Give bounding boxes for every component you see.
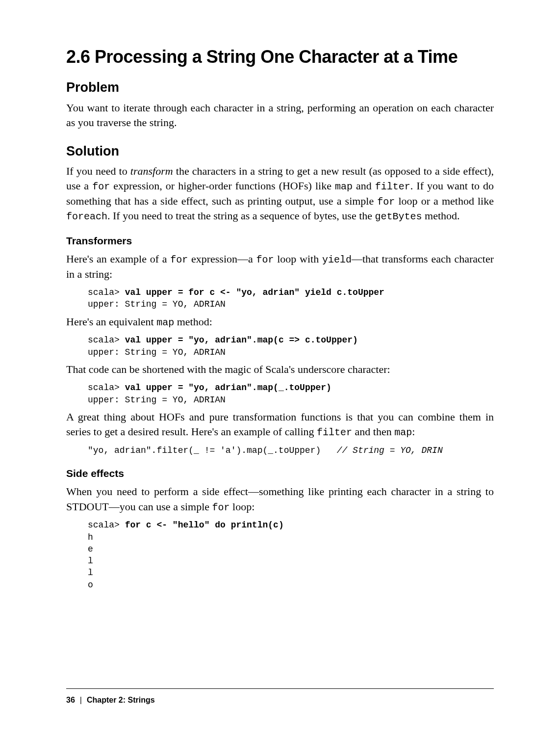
code-output: upper: String = YO, ADRIAN — [88, 395, 226, 405]
text: expression—a — [188, 253, 256, 265]
text: Here's an equivalent — [66, 315, 156, 328]
solution-heading: Solution — [66, 143, 494, 159]
problem-paragraph: You want to iterate through each charact… — [66, 101, 494, 131]
sideeffects-heading: Side effects — [66, 467, 494, 479]
transformers-heading: Transformers — [66, 235, 494, 247]
code-block-2: scala> val upper = "yo, adrian".map(c =>… — [88, 334, 494, 358]
text: loop: — [230, 500, 255, 513]
text: method. — [422, 210, 460, 222]
inline-code: yield — [322, 254, 352, 265]
inline-code: ter — [393, 181, 410, 192]
code-input: val upper = "yo, adrian".map(_.toUpper) — [125, 383, 331, 393]
text: : — [412, 425, 415, 438]
inline-code: for — [256, 254, 274, 265]
code-block-4: "yo, adrian".filter(_ != 'a').map(_.toUp… — [88, 445, 494, 456]
transformers-p2: Here's an equivalent map method: — [66, 315, 494, 330]
text: loop or a method like — [395, 195, 494, 207]
inline-code: for — [212, 502, 230, 513]
section-title: 2.6 Processing a String One Character at… — [66, 47, 494, 67]
inline-code: foreach — [66, 211, 107, 222]
text: When you need to perform a side effect—s… — [66, 485, 494, 512]
inline-code: for — [170, 254, 188, 265]
text: A great thing about HOFs and pure transf… — [66, 411, 494, 438]
code-output: h e l l o — [88, 532, 93, 590]
transformers-p3: That code can be shortened with the magi… — [66, 362, 494, 377]
problem-heading: Problem — [66, 79, 494, 95]
code-prompt: scala> — [88, 520, 125, 530]
code-comment: // String = YO, DRIN — [337, 446, 443, 455]
inline-code: fil — [375, 181, 393, 192]
page-footer: 36|Chapter 2: Strings — [66, 688, 494, 705]
code-output: upper: String = YO, ADRIAN — [88, 299, 226, 309]
inline-code: for — [377, 196, 395, 208]
code-input: for c <- "hello" do println(c) — [125, 520, 284, 530]
inline-code: for — [92, 181, 110, 192]
code-prompt: scala> — [88, 288, 125, 297]
code-prompt: scala> — [88, 335, 125, 345]
text: and then — [352, 425, 394, 438]
text: and — [353, 180, 375, 192]
inline-code: filter — [317, 427, 352, 438]
code-output: upper: String = YO, ADRIAN — [88, 347, 226, 357]
transformers-p1: Here's an example of a for expression—a … — [66, 252, 494, 282]
inline-code: map — [335, 181, 353, 192]
solution-paragraph: If you need to transform the characters … — [66, 164, 494, 224]
code-input: val upper = for c <- "yo, adrian" yield … — [125, 288, 384, 297]
text: If you need to — [66, 165, 130, 177]
text-emphasis: transform — [130, 165, 173, 177]
code-block-3: scala> val upper = "yo, adrian".map(_.to… — [88, 382, 494, 406]
inline-code: getBytes — [375, 211, 422, 222]
page-number: 36 — [66, 696, 75, 704]
footer-separator: | — [80, 696, 82, 704]
code-prompt: scala> — [88, 383, 125, 393]
code-block-5: scala> for c <- "hello" do println(c) h … — [88, 519, 494, 591]
page: 2.6 Processing a String One Character at… — [0, 0, 560, 736]
inline-code: map — [156, 317, 174, 328]
text: . If you need to treat the string as a s… — [107, 210, 375, 222]
chapter-label: Chapter 2: Strings — [87, 696, 155, 704]
text: expression, or higher-order functions (H… — [110, 180, 335, 192]
inline-code: map — [394, 427, 412, 438]
text: loop with — [274, 253, 322, 265]
sideeffects-p1: When you need to perform a side effect—s… — [66, 484, 494, 514]
code-block-1: scala> val upper = for c <- "yo, adrian"… — [88, 287, 494, 311]
code-input: val upper = "yo, adrian".map(c => c.toUp… — [125, 335, 358, 345]
text: method: — [174, 315, 212, 328]
code-expr: "yo, adrian".filter(_ != 'a').map(_.toUp… — [88, 446, 337, 455]
text: Here's an example of a — [66, 253, 170, 265]
transformers-p4: A great thing about HOFs and pure transf… — [66, 410, 494, 440]
